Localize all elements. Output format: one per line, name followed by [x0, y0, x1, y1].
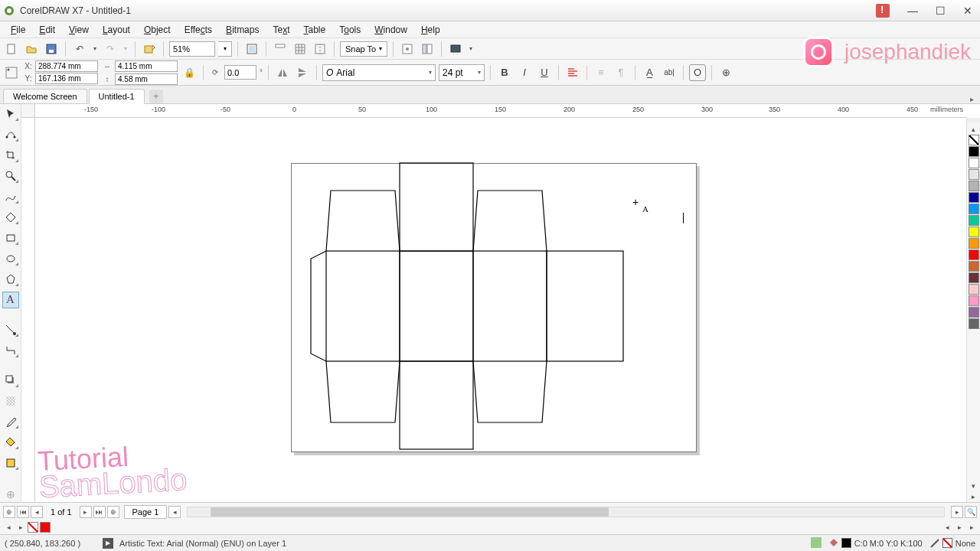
open-button[interactable]	[23, 41, 40, 57]
outline-tool[interactable]	[2, 455, 19, 471]
redo-button[interactable]: ↷	[102, 41, 119, 57]
width-input[interactable]	[115, 60, 178, 72]
snap-to-dropdown[interactable]: Snap To▾	[340, 41, 387, 57]
shape-tool[interactable]	[2, 126, 19, 142]
ruler-horizontal[interactable]: millimeters -150 -100 -50 0 50 100 150 2…	[35, 104, 966, 118]
zoom-dropdown[interactable]: ▾	[218, 41, 232, 57]
menu-effects[interactable]: Effects	[178, 23, 218, 37]
prev-page-button[interactable]: ◂	[31, 506, 43, 518]
swatch-darkbrown[interactable]	[969, 272, 979, 283]
outline-indicator[interactable]: None	[930, 538, 975, 548]
options-button[interactable]	[399, 41, 416, 57]
char-format-button[interactable]: A̲	[641, 64, 658, 81]
show-guides-button[interactable]	[312, 41, 328, 57]
y-input[interactable]	[35, 73, 98, 84]
menu-text[interactable]: Text	[266, 23, 296, 37]
quick-customize[interactable]: ⊕	[2, 486, 19, 502]
text-direction-button[interactable]: O	[689, 64, 706, 81]
menu-window[interactable]: Window	[368, 23, 413, 37]
new-tab-button[interactable]: +	[149, 90, 163, 103]
show-grid-button[interactable]	[292, 41, 309, 57]
swatch-blue[interactable]	[969, 204, 979, 214]
lock-ratio-button[interactable]: 🔒	[181, 64, 198, 81]
add-page-after-button[interactable]: ⊕	[107, 506, 119, 518]
mirror-h-button[interactable]	[274, 64, 291, 81]
doc-palette-menu[interactable]: ▸	[15, 522, 26, 533]
swatch-navy[interactable]	[969, 192, 979, 203]
interactive-button[interactable]: ⊕	[717, 64, 734, 81]
new-button[interactable]	[3, 41, 20, 57]
doc-nocolor[interactable]	[28, 522, 38, 533]
hscroll-right[interactable]: ▸	[951, 506, 963, 518]
page-1-tab[interactable]: Page 1	[124, 505, 168, 519]
zoom-level-input[interactable]: 51%	[169, 41, 215, 57]
swatch-grey30[interactable]	[969, 181, 979, 191]
ruler-vertical[interactable]	[21, 118, 35, 502]
mirror-v-button[interactable]	[294, 64, 311, 81]
hscroll-left[interactable]: ◂	[168, 506, 181, 518]
connector-tool[interactable]	[2, 342, 19, 358]
pick-tool[interactable]	[2, 106, 19, 122]
text-tool[interactable]: A	[2, 292, 19, 308]
last-page-button[interactable]: ⏭	[93, 506, 106, 518]
eyedropper-tool[interactable]	[2, 413, 19, 429]
underline-button[interactable]: U	[536, 64, 553, 81]
hscroll-thumb[interactable]	[211, 507, 609, 517]
swatch-rose[interactable]	[969, 295, 979, 306]
swatch-white[interactable]	[969, 158, 979, 168]
palette-up[interactable]: ▴	[969, 124, 979, 135]
menu-bitmaps[interactable]: Bitmaps	[220, 23, 265, 37]
swatch-teal[interactable]	[969, 215, 979, 226]
dropcap-button[interactable]: ¶	[612, 64, 629, 81]
redo-dd[interactable]: ▾	[122, 41, 129, 57]
next-page-button[interactable]: ▸	[80, 506, 92, 518]
swatch-grey10[interactable]	[969, 169, 979, 180]
horizontal-scrollbar[interactable]	[187, 507, 945, 517]
fullscreen-button[interactable]	[243, 41, 260, 57]
zoom-tool[interactable]	[2, 168, 19, 184]
smart-fill-tool[interactable]	[2, 209, 19, 225]
tab-welcome[interactable]: Welcome Screen	[3, 89, 87, 103]
rectangle-tool[interactable]	[2, 230, 19, 246]
bullets-button[interactable]: ≡	[593, 64, 609, 81]
ellipse-tool[interactable]	[2, 250, 19, 266]
show-rulers-button[interactable]	[272, 41, 289, 57]
maximize-button[interactable]: ☐	[931, 4, 949, 18]
menu-edit[interactable]: Edit	[33, 23, 61, 37]
swatch-black[interactable]	[969, 146, 979, 157]
close-button[interactable]: ✕	[959, 4, 977, 18]
origin-button[interactable]	[3, 64, 20, 81]
doc-palette-left[interactable]: ◂	[3, 522, 14, 533]
alert-icon[interactable]	[876, 4, 890, 18]
swatch-purple[interactable]	[969, 307, 979, 318]
undo-dd[interactable]: ▾	[91, 41, 99, 57]
fill-indicator[interactable]: C:0 M:0 Y:0 K:100	[829, 538, 923, 548]
color-proof-icon[interactable]	[811, 537, 822, 549]
publish-dd[interactable]: ▾	[467, 41, 475, 57]
polygon-tool[interactable]	[2, 271, 19, 287]
canvas[interactable]: + A	[35, 118, 966, 502]
crop-tool[interactable]	[2, 147, 19, 163]
italic-button[interactable]: I	[516, 64, 533, 81]
ruler-origin[interactable]	[21, 104, 35, 118]
menu-table[interactable]: Table	[298, 23, 332, 37]
publish-button[interactable]	[447, 41, 464, 57]
record-button[interactable]: ▶	[103, 538, 113, 549]
height-input[interactable]	[115, 73, 178, 85]
swatch-pink[interactable]	[969, 284, 979, 295]
swatch-brown[interactable]	[969, 261, 979, 272]
doc-palette-scroll-left[interactable]: ◂	[942, 522, 952, 533]
doc-palette-flyout[interactable]: ▸	[966, 522, 977, 533]
menu-help[interactable]: Help	[415, 23, 446, 37]
import-button[interactable]	[141, 41, 158, 57]
save-button[interactable]	[43, 41, 60, 57]
x-input[interactable]	[35, 60, 98, 72]
edit-text-button[interactable]: ab|	[661, 64, 678, 81]
view-navigator-button[interactable]: 🔍	[965, 506, 977, 518]
menu-file[interactable]: File	[5, 23, 31, 37]
launcher-button[interactable]	[419, 41, 436, 57]
palette-down[interactable]: ▾	[969, 481, 979, 491]
palette-flyout[interactable]: ▸	[969, 491, 979, 502]
font-select[interactable]: OArial▾	[322, 64, 436, 81]
menu-object[interactable]: Object	[138, 23, 177, 37]
